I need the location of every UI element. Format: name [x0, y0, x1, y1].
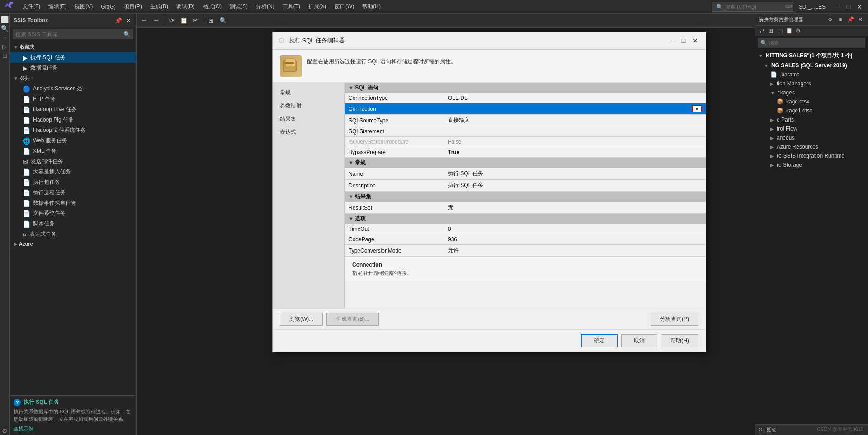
nav-item-expressions[interactable]: 表达式: [273, 126, 344, 139]
sol-item-azure-resources[interactable]: ▶ Azure Resources: [755, 142, 868, 151]
global-search-box[interactable]: 🔍 ⌨: [712, 2, 793, 12]
ok-button[interactable]: 确定: [581, 334, 618, 347]
sol-toolbar-icon-2[interactable]: ⊞: [767, 27, 775, 35]
menu-project[interactable]: 项目(P): [120, 1, 146, 12]
menu-file[interactable]: 文件(F): [19, 1, 44, 12]
nav-item-parameter-mapping[interactable]: 参数映射: [273, 99, 344, 112]
pin-icon[interactable]: 📌: [114, 16, 123, 24]
menu-view[interactable]: 视图(V): [71, 1, 96, 12]
section-general-collapse-icon[interactable]: ▼: [349, 160, 354, 165]
tree-item-expression[interactable]: fx 表达式任务: [10, 229, 136, 239]
sol-refresh-icon[interactable]: ⟳: [826, 15, 835, 23]
sol-item-package-dtsx[interactable]: 📦 kage.dtsx: [755, 97, 868, 106]
menu-window[interactable]: 窗口(W): [331, 1, 358, 12]
find-example-link[interactable]: 查找示例: [14, 426, 33, 431]
menu-edit[interactable]: 编辑(E): [45, 1, 70, 12]
sol-toolbar-icon-3[interactable]: ◫: [776, 27, 784, 35]
tree-item-exec-process[interactable]: 📄 执行进程任务: [10, 187, 136, 198]
user-account[interactable]: SD _...LES: [794, 2, 830, 12]
prop-value-name[interactable]: 执行 SQL 任务: [444, 168, 706, 180]
sol-item-project[interactable]: ▼ NG SALES (SQL Server 2019): [755, 61, 868, 70]
group-azure[interactable]: ▶ Azure: [10, 239, 136, 248]
activity-git-icon[interactable]: ⑂: [1, 33, 9, 42]
sol-filter-icon[interactable]: ≡: [836, 15, 844, 23]
properties-button[interactable]: ⊞: [206, 15, 216, 25]
sol-toolbar-icon-1[interactable]: ⇄: [758, 27, 766, 35]
dialog-minimize-button[interactable]: ─: [667, 36, 677, 46]
prop-value-bypass-prepare[interactable]: True: [444, 147, 706, 158]
sol-item-misc[interactable]: ▶ aneous: [755, 133, 868, 142]
solution-search-box[interactable]: 🔍: [758, 38, 865, 48]
tree-item-hadoop-fs[interactable]: 📄 Hadoop 文件系统任务: [10, 125, 136, 136]
sol-item-solution[interactable]: ▼ KITTING SALES"(1 个项目/共 1 个): [755, 51, 868, 61]
prop-value-description[interactable]: 执行 SQL 任务: [444, 180, 706, 192]
tree-item-send-mail[interactable]: ✉ 发送邮件任务: [10, 156, 136, 167]
tree-item-file-system[interactable]: 📄 文件系统任务: [10, 208, 136, 219]
cancel-button[interactable]: 取消: [621, 334, 657, 347]
tree-item-analysis[interactable]: 🔵 Analysis Services 处...: [10, 84, 136, 94]
sol-item-control-flow[interactable]: ▶ trol Flow: [755, 124, 868, 133]
activity-search-icon[interactable]: 🔍: [1, 24, 9, 33]
help-button[interactable]: 帮助(H): [661, 334, 698, 347]
sol-item-storage[interactable]: ▶ re Storage: [755, 160, 868, 169]
tree-item-hadoop-hive[interactable]: 📄 Hadoop Hive 任务: [10, 104, 136, 115]
menu-tools[interactable]: 工具(T): [279, 1, 304, 12]
prop-value-connection-type[interactable]: OLE DB: [444, 93, 706, 103]
prop-value-result-set[interactable]: 无: [444, 202, 706, 214]
menu-extensions[interactable]: 扩展(X): [305, 1, 330, 12]
tree-item-data-flow[interactable]: ▶ 数据流任务: [10, 63, 136, 73]
sol-item-pre-ssis[interactable]: ▶ re-SSIS Integration Runtime: [755, 151, 868, 160]
tree-item-execute-sql[interactable]: ▶ 执行 SQL 任务: [10, 52, 136, 63]
refresh-button[interactable]: ⟳: [167, 15, 177, 25]
tree-item-xml[interactable]: 📄 XML 任务: [10, 146, 136, 156]
prop-row-connection[interactable]: Connection ▼: [345, 103, 706, 115]
browse-button[interactable]: 浏览(W)...: [280, 313, 323, 326]
section-result-collapse-icon[interactable]: ▼: [349, 194, 354, 199]
copy-button[interactable]: 📋: [179, 15, 189, 25]
activity-explorer-icon[interactable]: ⬜: [1, 15, 9, 23]
ssis-search-input[interactable]: [15, 31, 123, 37]
search-toolbar-button[interactable]: 🔍: [218, 15, 228, 25]
prop-value-type-conversion[interactable]: 允许: [444, 245, 706, 257]
section-collapse-icon[interactable]: ▼: [349, 85, 354, 90]
sol-item-package1-dtsx[interactable]: 📦 kage1.dtsx: [755, 106, 868, 115]
group-favorites[interactable]: ▼ 收藏夹: [10, 42, 136, 52]
cut-button[interactable]: ✂: [190, 15, 200, 25]
tree-item-hadoop-pig[interactable]: 📄 Hadoop Pig 任务: [10, 115, 136, 125]
global-search-input[interactable]: [725, 4, 783, 10]
tree-item-data-profiling[interactable]: 📄 数据事件探查任务: [10, 198, 136, 208]
menu-debug[interactable]: 调试(D): [173, 1, 198, 12]
menu-format[interactable]: 格式(O): [199, 1, 225, 12]
analyze-query-button[interactable]: 分析查询(P): [651, 313, 698, 326]
prop-value-sql-source-type[interactable]: 直接输入: [444, 115, 706, 126]
tree-item-bulk-insert[interactable]: 📄 大容量插入任务: [10, 167, 136, 177]
tree-item-script[interactable]: 📄 脚本任务: [10, 219, 136, 229]
forward-button[interactable]: →: [151, 15, 161, 25]
tree-item-exec-package[interactable]: 📄 执行包任务: [10, 177, 136, 187]
section-options-collapse-icon[interactable]: ▼: [349, 216, 354, 221]
tree-item-web-service[interactable]: 🌐 Web 服务任务: [10, 136, 136, 146]
nav-item-result-set[interactable]: 结果集: [273, 112, 344, 126]
close-button[interactable]: ✕: [854, 2, 864, 12]
execute-sql-editor-dialog[interactable]: ⚙ 执行 SQL 任务编辑器 ─ □ ✕: [272, 32, 706, 352]
connection-dropdown-button[interactable]: ▼: [692, 105, 702, 112]
close-sidebar-icon[interactable]: ✕: [124, 16, 132, 24]
menu-git[interactable]: Git(G): [97, 2, 119, 12]
sol-toolbar-settings[interactable]: ⚙: [794, 27, 802, 35]
generate-query-button[interactable]: 生成查询(B)...: [326, 313, 379, 326]
menu-build[interactable]: 生成(B): [146, 1, 172, 12]
back-button[interactable]: ←: [139, 15, 149, 25]
restore-button[interactable]: □: [844, 2, 854, 12]
sol-toolbar-icon-4[interactable]: 📋: [785, 27, 793, 35]
solution-search-input[interactable]: [769, 40, 863, 46]
minimize-button[interactable]: ─: [833, 2, 843, 12]
menu-help[interactable]: 帮助(H): [359, 1, 384, 12]
dialog-restore-button[interactable]: □: [679, 36, 689, 46]
activity-extensions-icon[interactable]: ⊞: [1, 51, 9, 60]
sol-item-parts[interactable]: ▶ e Parts: [755, 115, 868, 124]
sol-item-packages[interactable]: ▼ ckages: [755, 88, 868, 97]
activity-debug-icon[interactable]: ▷: [1, 42, 9, 51]
dialog-close-button[interactable]: ✕: [690, 36, 700, 46]
sol-item-connection-managers[interactable]: ▶ tion Managers: [755, 79, 868, 88]
tree-item-ftp[interactable]: 📄 FTP 任务: [10, 94, 136, 104]
